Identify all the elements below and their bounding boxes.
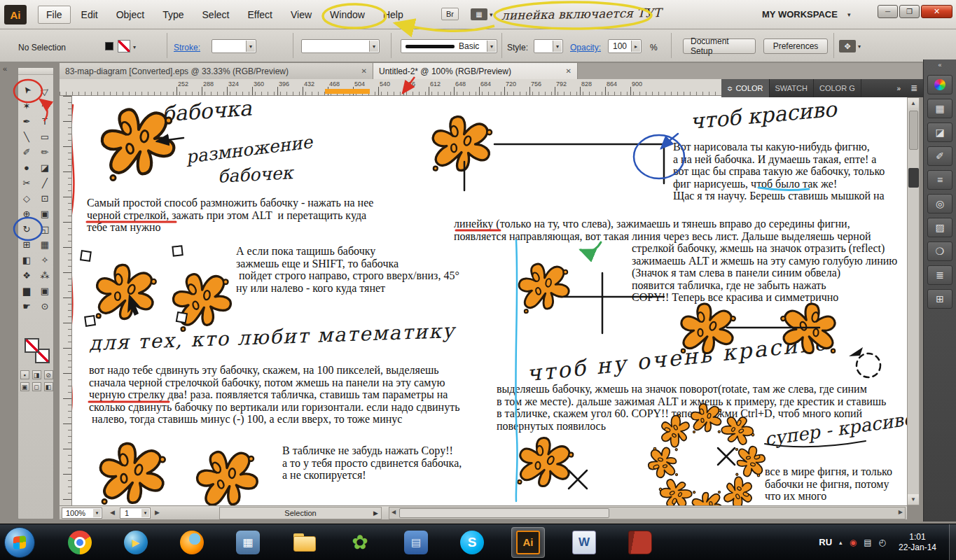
panel-expand-icon[interactable]: » — [892, 85, 905, 92]
menu-window[interactable]: Window — [322, 6, 373, 23]
zoom-tool[interactable]: ⊙ — [36, 298, 54, 314]
status-menu-icon[interactable]: ▶ — [373, 510, 378, 517]
fill-color-swatch[interactable] — [105, 42, 113, 50]
show-desktop-button[interactable] — [949, 524, 956, 560]
tab-close-icon[interactable]: ✕ — [361, 67, 367, 75]
taskbar-firefox[interactable] — [175, 527, 209, 558]
stroke-weight-combo[interactable]: ▾ — [212, 39, 256, 53]
pencil-tool[interactable]: ✏ — [36, 144, 54, 160]
clock[interactable]: 1:01 22-Jan-14 — [893, 532, 942, 553]
horizontal-scrollbar[interactable]: ◀ ▶ — [389, 507, 906, 519]
paintbrush-tool[interactable]: ✐ — [18, 144, 36, 160]
menu-effect[interactable]: Effect — [240, 6, 280, 23]
graph-tool[interactable]: ▆ — [18, 283, 36, 298]
prev-artboard-icon[interactable]: ◀ — [110, 509, 115, 516]
stroke-panel-link[interactable]: Stroke: — [174, 43, 200, 52]
gradient-panel-icon[interactable]: ◪ — [927, 122, 952, 142]
knife-tool[interactable]: ╱ — [36, 175, 54, 190]
document-tab-untitled-2[interactable]: Untitled-2* @ 100% (RGB/Preview) ✕ — [373, 63, 578, 79]
panel-tab-color[interactable]: ≎COLOR — [721, 79, 770, 97]
rectangle-tool[interactable]: ▭ — [36, 129, 54, 144]
antivirus-tray-icon[interactable]: ◉ — [850, 538, 857, 547]
rotate-tool[interactable]: ↻ — [18, 221, 36, 237]
appearance-panel-icon[interactable]: ❍ — [927, 241, 952, 261]
control-bar-options-icon[interactable]: ✥ — [839, 40, 856, 52]
width-tool[interactable]: ◇ — [18, 190, 36, 206]
swatch-caret-icon[interactable]: ▾ — [133, 44, 136, 50]
menu-help[interactable]: Help — [375, 6, 411, 23]
scroll-right-icon[interactable]: ▶ — [899, 509, 903, 515]
style-caret-icon[interactable]: ▾ — [553, 41, 562, 52]
workspace-caret-icon[interactable]: ▾ — [847, 11, 851, 18]
artboard-number-combo[interactable]: 1 ▾ — [120, 507, 151, 519]
hand-tool[interactable]: ☛ — [18, 298, 36, 314]
panel-menu-icon[interactable]: ≣ — [905, 83, 923, 93]
tools-dock-collapse-icon[interactable]: « — [3, 64, 7, 73]
clock-tray-icon[interactable]: ◴ — [878, 538, 885, 547]
brush-caret-icon[interactable]: ▾ — [369, 41, 378, 52]
menu-file[interactable]: File — [38, 6, 71, 24]
blend-tool[interactable]: ❖ — [18, 267, 36, 283]
artboard-caret-icon[interactable]: ▾ — [141, 509, 149, 517]
symbol-sprayer-tool[interactable]: ⁂ — [36, 267, 54, 283]
menu-view[interactable]: View — [283, 6, 319, 23]
minimize-button[interactable]: ─ — [878, 5, 898, 18]
free-transform-tool[interactable]: ⊡ — [36, 190, 54, 206]
taskbar-calculator[interactable] — [231, 527, 265, 558]
status-display-field[interactable]: Selection ▶ — [219, 507, 382, 519]
taskbar-explorer[interactable] — [287, 527, 321, 558]
close-button[interactable]: ✕ — [921, 5, 952, 18]
artboard-canvas[interactable]: бабочка размножение бабочек для тех, кто… — [72, 96, 907, 505]
horizontal-ruler[interactable]: 2522883243603964324685045405766126486847… — [60, 79, 721, 96]
taskbar-chrome[interactable] — [63, 527, 97, 558]
scissors-tool[interactable]: ✂ — [18, 175, 36, 190]
swatches-panel-icon[interactable]: ▦ — [927, 99, 952, 118]
color-panel-icon[interactable] — [927, 75, 952, 94]
restore-button[interactable]: ❐ — [899, 5, 920, 18]
opacity-panel-link[interactable]: Opacity: — [570, 43, 601, 52]
scale-tool[interactable]: ◱ — [36, 221, 54, 237]
taskbar-word[interactable]: W — [567, 527, 601, 558]
artboard-tool[interactable]: ▣ — [36, 283, 54, 298]
graphic-style-combo[interactable]: ▾ — [534, 39, 563, 53]
launch-bridge-button[interactable]: Br — [441, 8, 459, 20]
taskbar-control-panel[interactable] — [399, 527, 433, 558]
scroll-down-icon[interactable]: ▼ — [908, 494, 919, 505]
draw-behind-button[interactable]: ◻ — [32, 382, 41, 391]
panel-tab-color-g[interactable]: COLOR G — [814, 79, 861, 97]
type-tool[interactable]: T — [36, 113, 54, 129]
menu-type[interactable]: Type — [155, 6, 191, 23]
blob-brush-tool[interactable]: ● — [18, 160, 36, 175]
profile-caret-icon[interactable]: ▾ — [487, 41, 496, 52]
symbols-panel-icon[interactable]: ◎ — [927, 194, 952, 214]
taskbar-skype[interactable]: S — [455, 527, 489, 558]
stroke-color-swatch[interactable] — [118, 40, 130, 52]
menu-select[interactable]: Select — [195, 6, 237, 23]
transparency-panel-icon[interactable]: ▨ — [927, 218, 952, 237]
scroll-left-icon[interactable]: ◀ — [392, 509, 396, 515]
taskbar-illustrator[interactable]: Ai — [511, 527, 545, 558]
language-indicator[interactable]: RU — [819, 537, 832, 547]
perspective-grid-tool[interactable]: ⊞ — [18, 237, 36, 252]
menu-edit[interactable]: Edit — [74, 6, 106, 23]
navigator-panel-icon[interactable]: ⊞ — [927, 289, 952, 309]
tray-expand-icon[interactable]: ▴ — [839, 539, 843, 546]
gradient-fill-button[interactable]: ◨ — [32, 370, 41, 379]
arrange-documents-icon[interactable]: ▦ — [471, 8, 487, 20]
horizontal-scroll-thumb[interactable] — [399, 508, 609, 518]
draw-normal-button[interactable]: ▣ — [20, 382, 29, 391]
tools-panel-grip[interactable] — [18, 68, 53, 75]
tab-close-icon[interactable]: ✕ — [566, 67, 571, 75]
brush-definition-combo[interactable]: ▾ — [301, 39, 380, 53]
menu-object[interactable]: Object — [109, 6, 152, 23]
vertical-ruler[interactable] — [60, 96, 72, 505]
workspace-switcher[interactable]: MY WORKSPACE — [762, 9, 838, 20]
color-fill-button[interactable]: ▪ — [20, 370, 29, 379]
stroke-weight-caret-icon[interactable]: ▾ — [246, 41, 255, 52]
live-paint-tool[interactable]: ▣ — [36, 206, 54, 221]
opacity-combo[interactable]: 100 ▸ — [608, 39, 642, 53]
zoom-caret-icon[interactable]: ▾ — [93, 509, 101, 517]
eyedropper-tool[interactable]: ✧ — [36, 252, 54, 267]
next-artboard-icon[interactable]: ▶ — [155, 509, 160, 516]
variable-width-profile-combo[interactable]: Basic ▾ — [401, 39, 497, 53]
